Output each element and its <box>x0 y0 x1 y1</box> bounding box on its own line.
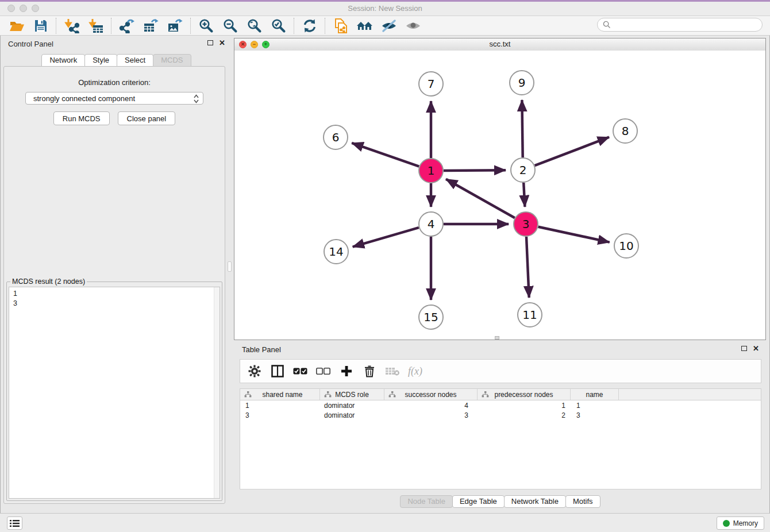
graph-node-6[interactable]: 6 <box>324 125 348 149</box>
import-network-button[interactable] <box>60 17 84 34</box>
zoom-out-icon <box>223 18 238 33</box>
duplicate-network-button[interactable] <box>329 17 353 34</box>
network-graph[interactable]: 7968124314101511 <box>234 51 765 340</box>
float-table-panel-icon[interactable] <box>741 346 747 351</box>
show-all-button[interactable] <box>401 17 425 34</box>
search-field[interactable] <box>597 18 763 32</box>
graph-edge-2-3[interactable] <box>523 183 525 207</box>
column-header-name[interactable]: name <box>571 389 619 400</box>
graph-edge-4-14[interactable] <box>353 228 419 247</box>
graph-node-14[interactable]: 14 <box>324 240 348 264</box>
table-panel: Table Panel ✕ <box>234 342 766 513</box>
graph-node-1[interactable]: 1 <box>419 159 443 183</box>
run-mcds-button[interactable]: Run MCDS <box>53 111 110 125</box>
delete-row-button[interactable] <box>362 364 377 379</box>
tab-node-table[interactable]: Node Table <box>400 495 453 508</box>
table-row[interactable]: 3 dominator 3 2 3 <box>240 410 761 420</box>
graph-node-3[interactable]: 3 <box>514 212 538 236</box>
task-history-button[interactable] <box>7 516 22 530</box>
search-input[interactable] <box>614 20 757 29</box>
result-scrollbar[interactable] <box>214 287 220 498</box>
network-minimize-button[interactable]: − <box>251 41 258 48</box>
graph-edge-3-10[interactable] <box>538 227 610 242</box>
criterion-selected-value: strongly connected component <box>33 94 135 103</box>
maximize-window-button[interactable] <box>32 5 39 12</box>
tab-motifs[interactable]: Motifs <box>565 495 600 508</box>
graph-node-10[interactable]: 10 <box>614 234 638 258</box>
cell-shared-name[interactable]: 3 <box>240 411 320 419</box>
table-row[interactable]: 1 dominator 4 1 1 <box>240 400 761 410</box>
optimization-criterion-select[interactable]: strongly connected component <box>25 92 203 105</box>
application-window: Session: New Session <box>0 0 770 532</box>
graph-edge-2-9[interactable] <box>522 100 522 157</box>
export-network-button[interactable] <box>115 17 139 34</box>
close-window-button[interactable] <box>7 5 15 12</box>
unselect-all-button[interactable] <box>316 364 331 379</box>
refresh-button[interactable] <box>298 17 322 34</box>
graph-edge-1-6[interactable] <box>352 143 419 167</box>
column-header-predecessor-nodes[interactable]: predecessor nodes <box>478 389 571 400</box>
graph-edge-2-8[interactable] <box>535 137 609 165</box>
close-panel-icon[interactable]: ✕ <box>219 40 225 46</box>
show-column-button[interactable] <box>270 364 285 379</box>
memory-button[interactable]: Memory <box>717 516 764 530</box>
graph-node-9[interactable]: 9 <box>510 71 534 95</box>
export-image-button[interactable] <box>163 17 187 34</box>
graph-node-15[interactable]: 15 <box>419 305 443 329</box>
close-table-panel-icon[interactable]: ✕ <box>753 345 759 352</box>
tab-edge-table[interactable]: Edge Table <box>452 495 505 508</box>
cell-predecessor-nodes[interactable]: 1 <box>478 402 571 410</box>
save-session-button[interactable] <box>29 17 53 34</box>
cell-name[interactable]: 3 <box>571 411 619 419</box>
zoom-fit-button[interactable] <box>242 17 267 34</box>
column-header-shared-name[interactable]: shared name <box>240 389 320 400</box>
cell-successor-nodes[interactable]: 3 <box>384 411 478 419</box>
cell-mcds-role[interactable]: dominator <box>320 411 384 419</box>
graph-edge-3-11[interactable] <box>526 237 529 298</box>
column-header-successor-nodes[interactable]: successor nodes <box>384 389 478 400</box>
zoom-selected-button[interactable] <box>267 17 291 34</box>
hierarchy-icon <box>388 391 396 399</box>
panel-splitter-grip[interactable] <box>228 261 232 272</box>
graph-node-4[interactable]: 4 <box>419 212 443 236</box>
node-table[interactable]: shared name MCDS role successor nodes pr… <box>240 388 761 489</box>
float-panel-icon[interactable] <box>207 40 213 45</box>
zoom-out-button[interactable] <box>218 17 242 34</box>
zoom-in-button[interactable] <box>194 17 218 34</box>
hide-selected-button[interactable] <box>377 17 401 34</box>
select-all-button[interactable] <box>293 364 308 379</box>
cell-shared-name[interactable]: 1 <box>240 402 320 410</box>
network-canvas[interactable]: 7968124314101511 <box>234 51 765 340</box>
tab-select[interactable]: Select <box>117 54 153 67</box>
graph-node-8[interactable]: 8 <box>613 119 637 143</box>
canvas-splitter-grip[interactable] <box>495 336 499 340</box>
network-window-title-bar[interactable]: ✕ − + scc.txt <box>234 38 765 51</box>
first-neighbors-button[interactable] <box>353 17 377 34</box>
toolbar-separator <box>190 18 191 34</box>
column-header-mcds-role[interactable]: MCDS role <box>320 389 384 400</box>
control-panel-title: Control Panel <box>8 40 53 48</box>
graph-node-11[interactable]: 11 <box>518 303 542 327</box>
add-row-button[interactable] <box>339 364 354 379</box>
cell-name[interactable]: 1 <box>571 402 619 410</box>
table-settings-button[interactable] <box>247 364 262 379</box>
tab-network-table[interactable]: Network Table <box>504 495 566 508</box>
mcds-result-list[interactable]: 1 3 <box>9 287 220 499</box>
cell-successor-nodes[interactable]: 4 <box>384 402 478 410</box>
export-table-button[interactable] <box>139 17 163 34</box>
cell-predecessor-nodes[interactable]: 2 <box>478 411 571 419</box>
close-panel-button[interactable]: Close panel <box>118 111 176 125</box>
network-close-button[interactable]: ✕ <box>239 41 247 48</box>
open-session-button[interactable] <box>5 17 29 34</box>
graph-edge-3-1[interactable] <box>446 179 515 218</box>
cell-mcds-role[interactable]: dominator <box>320 402 384 410</box>
tab-network[interactable]: Network <box>41 54 85 67</box>
graph-edge-1-2[interactable] <box>444 170 506 171</box>
minimize-window-button[interactable] <box>20 5 27 12</box>
network-maximize-button[interactable]: + <box>262 41 270 48</box>
import-table-button[interactable] <box>84 17 108 34</box>
graph-node-7[interactable]: 7 <box>419 72 443 96</box>
graph-node-2[interactable]: 2 <box>511 158 535 182</box>
tab-style[interactable]: Style <box>84 54 117 67</box>
tab-mcds[interactable]: MCDS <box>153 54 191 67</box>
